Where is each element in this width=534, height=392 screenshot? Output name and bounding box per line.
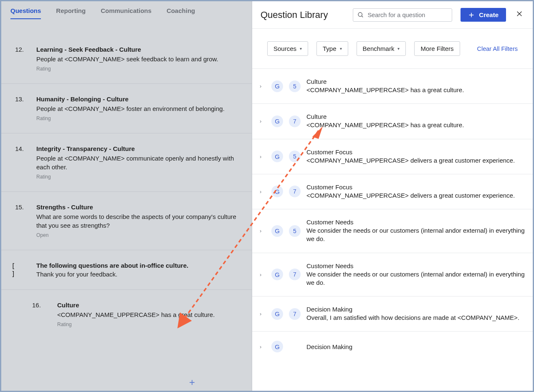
question-description: People at <COMPANY_NAME> foster an envir… bbox=[36, 104, 242, 113]
question-item[interactable]: 13. Humanity - Belonging - Culture Peopl… bbox=[1, 83, 252, 133]
create-button[interactable]: Create bbox=[461, 8, 506, 22]
tab-reporting[interactable]: Reporting bbox=[56, 7, 86, 19]
top-tabs: Questions Reporting Communications Coach… bbox=[1, 1, 252, 19]
chevron-down-icon: ▾ bbox=[397, 46, 400, 51]
count-badge: 7 bbox=[289, 269, 301, 280]
panel-title: Question Library bbox=[261, 10, 328, 20]
library-item[interactable]: › G 7 Customer Needs We consider the nee… bbox=[252, 253, 533, 297]
chevron-right-icon[interactable]: › bbox=[260, 118, 266, 124]
chevron-right-icon[interactable]: › bbox=[260, 188, 266, 195]
library-list: › G 5 Culture <COMPANY_NAME_UPPERCASE> h… bbox=[252, 69, 533, 391]
plus-icon bbox=[468, 12, 475, 18]
count-badge: 7 bbox=[289, 186, 301, 197]
filters-row: Sources▾ Type▾ Benchmark▾ More Filters C… bbox=[252, 29, 533, 69]
question-type: Rating bbox=[57, 322, 242, 327]
search-icon bbox=[357, 12, 364, 18]
library-item[interactable]: › G 7 Customer Focus <COMPANY_NAME_UPPER… bbox=[252, 174, 533, 209]
benchmark-filter[interactable]: Benchmark▾ bbox=[357, 41, 406, 56]
sources-filter[interactable]: Sources▾ bbox=[267, 41, 308, 56]
question-title: Integrity - Transparency - Culture bbox=[36, 145, 242, 152]
question-number: 12. bbox=[11, 46, 24, 72]
library-description: <COMPANY_NAME_UPPERCASE> has a great cul… bbox=[306, 86, 525, 94]
question-description: People at <COMPANY_NAME> communicate ope… bbox=[36, 154, 242, 171]
clear-all-filters[interactable]: Clear All Filters bbox=[477, 45, 518, 52]
library-description: <COMPANY_NAME_UPPERCASE> delivers a grea… bbox=[306, 191, 525, 200]
panel-header: Question Library Create bbox=[252, 1, 533, 29]
question-type: Rating bbox=[36, 174, 242, 180]
library-item[interactable]: › G 5 Customer Focus <COMPANY_NAME_UPPER… bbox=[252, 139, 533, 174]
count-badge: 5 bbox=[289, 80, 301, 92]
chevron-right-icon[interactable]: › bbox=[260, 153, 266, 160]
chevron-right-icon[interactable]: › bbox=[260, 228, 266, 234]
question-number: 15. bbox=[11, 204, 24, 238]
chevron-right-icon[interactable]: › bbox=[260, 83, 266, 89]
chevron-right-icon[interactable]: › bbox=[260, 271, 266, 278]
chevron-down-icon: ▾ bbox=[340, 46, 342, 51]
library-category: Decision Making bbox=[306, 343, 525, 350]
question-description: People at <COMPANY_NAME> seek feedback t… bbox=[36, 55, 242, 63]
section-icon: [ ] bbox=[11, 262, 24, 278]
chevron-down-icon: ▾ bbox=[300, 46, 302, 51]
library-description: We consider the needs or our customers (… bbox=[306, 270, 525, 287]
section-subtitle: Thank you for your feedback. bbox=[36, 271, 242, 278]
library-description: We consider the needs or our customers (… bbox=[306, 226, 525, 244]
library-category: Culture bbox=[306, 113, 525, 120]
count-badge: 5 bbox=[289, 151, 301, 162]
count-badge: 5 bbox=[289, 225, 301, 237]
question-item[interactable]: 14. Integrity - Transparency - Culture P… bbox=[1, 133, 252, 191]
library-item[interactable]: › G Decision Making bbox=[252, 331, 533, 352]
source-badge: G bbox=[271, 341, 283, 352]
question-title: Strengths - Culture bbox=[36, 204, 242, 211]
survey-questions-pane: Questions Reporting Communications Coach… bbox=[1, 1, 252, 391]
source-badge: G bbox=[271, 151, 283, 162]
count-badge: 7 bbox=[289, 308, 301, 320]
source-badge: G bbox=[271, 308, 283, 320]
question-type: Rating bbox=[36, 116, 242, 121]
source-badge: G bbox=[271, 116, 283, 127]
close-icon bbox=[516, 10, 523, 17]
tab-questions[interactable]: Questions bbox=[10, 7, 41, 19]
question-number: 16. bbox=[11, 302, 45, 327]
type-filter[interactable]: Type▾ bbox=[316, 41, 348, 56]
question-type: Open bbox=[36, 232, 242, 238]
library-category: Customer Focus bbox=[306, 183, 525, 191]
question-title: Humanity - Belonging - Culture bbox=[36, 95, 242, 103]
library-description: <COMPANY_NAME_UPPERCASE> delivers a grea… bbox=[306, 156, 525, 165]
tab-coaching[interactable]: Coaching bbox=[167, 7, 195, 19]
svg-line-1 bbox=[362, 16, 363, 17]
library-category: Customer Needs bbox=[306, 219, 525, 226]
question-title: Culture bbox=[57, 302, 242, 309]
library-item[interactable]: › G 7 Decision Making Overall, I am sati… bbox=[252, 296, 533, 331]
source-badge: G bbox=[271, 186, 283, 197]
search-input[interactable] bbox=[367, 12, 448, 18]
svg-point-0 bbox=[358, 13, 362, 16]
add-question-icon[interactable]: + bbox=[189, 377, 195, 388]
section-title: The following questions are about in-off… bbox=[36, 262, 242, 269]
library-item[interactable]: › G 5 Culture <COMPANY_NAME_UPPERCASE> h… bbox=[252, 69, 533, 103]
library-item[interactable]: › G 5 Customer Needs We consider the nee… bbox=[252, 209, 533, 253]
library-category: Customer Focus bbox=[306, 148, 525, 156]
library-description: Overall, I am satisfied with how decisio… bbox=[306, 314, 525, 322]
search-field[interactable] bbox=[353, 8, 452, 22]
question-item[interactable]: 16. Culture <COMPANY_NAME_UPPERCASE> has… bbox=[1, 289, 252, 339]
library-category: Customer Needs bbox=[306, 262, 525, 269]
source-badge: G bbox=[271, 80, 283, 92]
more-filters[interactable]: More Filters bbox=[414, 41, 460, 56]
section-header[interactable]: [ ] The following questions are about in… bbox=[1, 250, 252, 289]
chevron-right-icon[interactable]: › bbox=[260, 311, 266, 317]
question-item[interactable]: 15. Strengths - Culture What are some wo… bbox=[1, 191, 252, 250]
source-badge: G bbox=[271, 269, 283, 280]
close-button[interactable] bbox=[514, 10, 524, 19]
library-category: Culture bbox=[306, 78, 525, 85]
library-category: Decision Making bbox=[306, 306, 525, 313]
create-label: Create bbox=[479, 11, 499, 18]
question-number: 14. bbox=[11, 145, 24, 180]
source-badge: G bbox=[271, 225, 283, 237]
chevron-right-icon[interactable]: › bbox=[260, 344, 266, 350]
question-type: Rating bbox=[36, 66, 242, 72]
question-item[interactable]: 12. Learning - Seek Feedback - Culture P… bbox=[1, 34, 252, 83]
question-number: 13. bbox=[11, 95, 24, 121]
tab-communications[interactable]: Communications bbox=[101, 7, 152, 19]
question-description: <COMPANY_NAME_UPPERCASE> has a great cul… bbox=[57, 310, 242, 319]
library-item[interactable]: › G 7 Culture <COMPANY_NAME_UPPERCASE> h… bbox=[252, 103, 533, 138]
